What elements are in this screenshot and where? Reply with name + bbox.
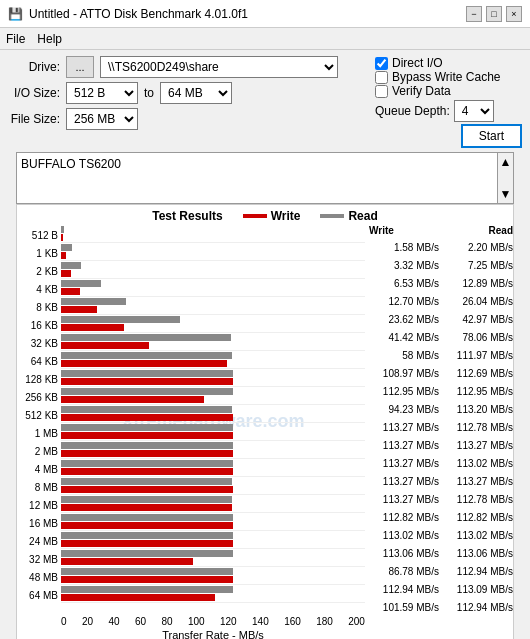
close-button[interactable]: × xyxy=(506,6,522,22)
read-bar xyxy=(61,442,233,449)
x-ticks: 020406080100120140160180200 xyxy=(61,616,365,627)
io-size-to-select[interactable]: 64 MB xyxy=(160,82,232,104)
write-value: 3.32 MB/s xyxy=(369,260,439,271)
read-bar xyxy=(61,496,232,503)
file-size-select[interactable]: 256 MB xyxy=(66,108,138,130)
read-bar xyxy=(61,280,101,287)
x-axis-label: Transfer Rate - MB/s xyxy=(61,629,365,639)
read-bar xyxy=(61,244,72,251)
value-row: 58 MB/s111.97 MB/s xyxy=(369,346,513,364)
bar-row xyxy=(61,225,365,243)
write-value: 113.27 MB/s xyxy=(369,440,439,451)
x-tick: 40 xyxy=(108,616,119,627)
bar-row xyxy=(61,297,365,315)
bar-row xyxy=(61,513,365,531)
write-bar xyxy=(61,594,215,601)
write-value: 112.95 MB/s xyxy=(369,386,439,397)
maximize-button[interactable]: □ xyxy=(486,6,502,22)
y-label: 1 KB xyxy=(17,244,61,262)
values-panel: Write Read 1.58 MB/s2.20 MB/s3.32 MB/s7.… xyxy=(365,225,513,616)
y-label: 8 MB xyxy=(17,478,61,496)
menu-file[interactable]: File xyxy=(6,32,25,46)
y-label: 512 KB xyxy=(17,406,61,424)
x-tick: 60 xyxy=(135,616,146,627)
minimize-button[interactable]: − xyxy=(466,6,482,22)
y-label: 512 B xyxy=(17,226,61,244)
y-label: 1 MB xyxy=(17,424,61,442)
write-bar xyxy=(61,270,71,277)
drive-scrollbar[interactable]: ▲ ▼ xyxy=(497,153,513,203)
read-bar xyxy=(61,424,233,431)
write-value: 41.42 MB/s xyxy=(369,332,439,343)
value-row: 3.32 MB/s7.25 MB/s xyxy=(369,256,513,274)
value-row: 112.95 MB/s112.95 MB/s xyxy=(369,382,513,400)
verify-data-label: Verify Data xyxy=(392,84,451,98)
write-value: 101.59 MB/s xyxy=(369,602,439,613)
read-value: 7.25 MB/s xyxy=(443,260,513,271)
x-tick: 140 xyxy=(252,616,269,627)
x-tick: 80 xyxy=(161,616,172,627)
write-bar xyxy=(61,468,233,475)
write-value: 113.06 MB/s xyxy=(369,548,439,559)
y-label: 4 MB xyxy=(17,460,61,478)
drive-select[interactable]: \\TS6200D249\share xyxy=(100,56,338,78)
bar-row xyxy=(61,441,365,459)
bypass-write-cache-checkbox[interactable] xyxy=(375,71,388,84)
write-value: 113.27 MB/s xyxy=(369,494,439,505)
bar-row xyxy=(61,459,365,477)
y-label: 8 KB xyxy=(17,298,61,316)
bar-row xyxy=(61,495,365,513)
write-bar xyxy=(61,540,233,547)
y-label: 16 KB xyxy=(17,316,61,334)
write-value: 113.27 MB/s xyxy=(369,476,439,487)
bar-row xyxy=(61,261,365,279)
read-value: 2.20 MB/s xyxy=(443,242,513,253)
start-button[interactable]: Start xyxy=(461,124,522,148)
read-value: 111.97 MB/s xyxy=(443,350,513,361)
write-bar xyxy=(61,342,149,349)
read-bar xyxy=(61,514,233,521)
read-value: 26.04 MB/s xyxy=(443,296,513,307)
read-legend-label: Read xyxy=(348,209,377,223)
read-bar xyxy=(61,226,64,233)
io-size-label: I/O Size: xyxy=(8,86,60,100)
bar-row xyxy=(61,549,365,567)
read-bar xyxy=(61,352,232,359)
queue-depth-select[interactable]: 4 xyxy=(454,100,494,122)
menu-help[interactable]: Help xyxy=(37,32,62,46)
bar-row xyxy=(61,531,365,549)
write-value: 113.27 MB/s xyxy=(369,422,439,433)
value-row: 112.82 MB/s112.82 MB/s xyxy=(369,508,513,526)
write-bar xyxy=(61,522,233,529)
direct-io-label: Direct I/O xyxy=(392,56,443,70)
read-value: 78.06 MB/s xyxy=(443,332,513,343)
read-value: 113.27 MB/s xyxy=(443,476,513,487)
bars-chart: Xtremehardware.com xyxy=(61,225,365,616)
x-tick: 160 xyxy=(284,616,301,627)
value-row: 113.02 MB/s113.02 MB/s xyxy=(369,526,513,544)
read-value: 112.78 MB/s xyxy=(443,422,513,433)
bar-row xyxy=(61,567,365,585)
browse-button[interactable]: ... xyxy=(66,56,94,78)
direct-io-checkbox[interactable] xyxy=(375,57,388,70)
write-value: 94.23 MB/s xyxy=(369,404,439,415)
write-value: 12.70 MB/s xyxy=(369,296,439,307)
menu-bar: File Help xyxy=(0,28,530,50)
read-value: 113.27 MB/s xyxy=(443,440,513,451)
read-value: 112.78 MB/s xyxy=(443,494,513,505)
value-row: 94.23 MB/s113.20 MB/s xyxy=(369,400,513,418)
y-label: 24 MB xyxy=(17,532,61,550)
bar-row xyxy=(61,477,365,495)
read-value: 112.94 MB/s xyxy=(443,602,513,613)
write-header: Write xyxy=(369,225,394,236)
title-bar: 💾 Untitled - ATTO Disk Benchmark 4.01.0f… xyxy=(0,0,530,28)
bypass-write-cache-label: Bypass Write Cache xyxy=(392,70,501,84)
read-bar xyxy=(61,388,233,395)
x-tick: 20 xyxy=(82,616,93,627)
verify-data-checkbox[interactable] xyxy=(375,85,388,98)
read-bar xyxy=(61,298,126,305)
bar-row xyxy=(61,351,365,369)
y-label: 4 KB xyxy=(17,280,61,298)
write-value: 108.97 MB/s xyxy=(369,368,439,379)
io-size-from-select[interactable]: 512 B xyxy=(66,82,138,104)
